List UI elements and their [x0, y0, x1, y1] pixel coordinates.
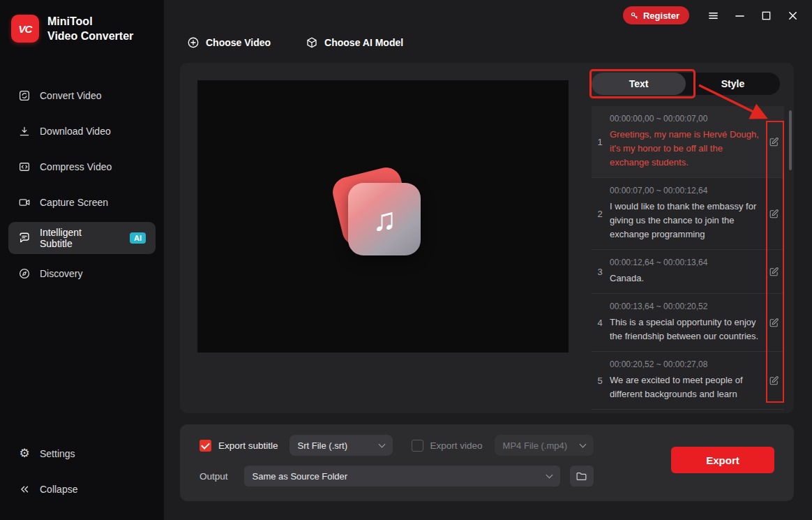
subtitle-row[interactable]: 1 00:00:00,00 ~ 00:00:07,00 Greetings, m…: [592, 106, 784, 178]
subtitle-text: I would like to thank the embassy for gi…: [610, 200, 760, 242]
chevron-down-icon: [579, 440, 586, 447]
tab-text[interactable]: Text: [592, 73, 686, 95]
edit-pencil-icon: [769, 267, 779, 277]
menu-button[interactable]: [705, 7, 721, 24]
convert-video-icon: [18, 89, 31, 102]
close-button[interactable]: [784, 7, 801, 24]
edit-subtitle-button[interactable]: [765, 114, 783, 170]
video-preview[interactable]: ♫: [197, 80, 569, 352]
sidebar-item-label: Compress Video: [40, 161, 112, 172]
video-format-dropdown[interactable]: MP4 File (.mp4): [495, 435, 594, 456]
sidebar-item-label: Discovery: [40, 268, 82, 279]
subtitle-index: 5: [593, 359, 607, 401]
subtitle-index: 3: [593, 258, 607, 285]
hamburger-icon: [708, 10, 719, 21]
subtitle-row[interactable]: 2 00:00:07,00 ~ 00:00:12,64 I would like…: [592, 178, 784, 250]
output-folder-dropdown[interactable]: Same as Source Folder: [244, 466, 560, 486]
content-panel: ♫ 00:00:00 / 00:01:08: [180, 63, 794, 413]
output-label: Output: [200, 471, 228, 482]
export-subtitle-label: Export subtitle: [218, 440, 278, 451]
titlebar: Register: [164, 0, 812, 31]
export-button[interactable]: Export: [671, 447, 774, 473]
sidebar-item-capture-screen[interactable]: Capture Screen: [8, 186, 156, 218]
plus-circle-icon: [187, 36, 200, 49]
edit-subtitle-button[interactable]: [765, 258, 783, 285]
subtitle-panel: Text Style 1 00:00:00,00 ~ 00:00:07,00 G…: [592, 73, 784, 413]
settings-label: Settings: [40, 448, 75, 459]
subtitle-text: We are excited to meet people of differe…: [610, 373, 760, 401]
video-format-value: MP4 File (.mp4): [503, 440, 567, 451]
sidebar: VC MiniTool Video Converter Convert Vide…: [0, 0, 164, 520]
app-logo-icon: VC: [11, 15, 39, 43]
minimize-button[interactable]: [731, 7, 748, 24]
capture-screen-icon: [18, 196, 31, 209]
sidebar-item-label: Download Video: [40, 126, 111, 137]
export-video-label: Export video: [430, 440, 483, 451]
sidebar-item-label: Convert Video: [40, 90, 101, 101]
output-folder-value: Same as Source Folder: [253, 471, 348, 482]
app-title: MiniTool Video Converter: [47, 14, 133, 43]
subtitle-timecode: 00:00:12,64 ~ 00:00:13,64: [610, 258, 760, 267]
subtitle-format-dropdown[interactable]: Srt File (.srt): [290, 435, 393, 456]
export-video-checkbox[interactable]: [412, 440, 423, 452]
subtitle-timecode: 00:00:07,00 ~ 00:00:12,64: [610, 186, 760, 195]
register-button[interactable]: Register: [623, 6, 689, 24]
subtitle-timecode: 00:00:00,00 ~ 00:00:07,00: [610, 114, 760, 124]
maximize-icon: [761, 10, 772, 21]
sidebar-item-convert-video[interactable]: Convert Video: [8, 80, 156, 112]
tab-choose-ai-model[interactable]: Choose AI Model: [306, 36, 403, 49]
intelligent-subtitle-icon: [18, 232, 31, 244]
edit-subtitle-button[interactable]: [765, 186, 783, 242]
art-card-front: ♫: [348, 183, 421, 255]
sidebar-bottom: ⚙ Settings Collapse: [0, 434, 164, 509]
register-label: Register: [643, 10, 679, 21]
tab-choose-video-label: Choose Video: [206, 37, 271, 48]
subtitle-row[interactable]: 3 00:00:12,64 ~ 00:00:13,64 Canada.: [592, 250, 784, 294]
main-area: Register Choose Video Choose A: [164, 0, 812, 520]
edit-subtitle-button[interactable]: [765, 359, 783, 401]
ai-badge: AI: [130, 232, 146, 244]
music-note-icon: ♫: [373, 200, 397, 238]
key-icon: [630, 11, 639, 20]
subtitle-text: Canada.: [610, 272, 760, 285]
collapse-label: Collapse: [40, 484, 77, 495]
chevron-down-icon: [378, 440, 385, 447]
subtitle-text: This is a special opportunity to enjoy t…: [610, 315, 760, 343]
browse-folder-button[interactable]: [570, 466, 594, 486]
app-title-line1: MiniTool: [47, 14, 133, 29]
sidebar-item-compress-video[interactable]: Compress Video: [8, 151, 156, 183]
subtitle-list: 1 00:00:00,00 ~ 00:00:07,00 Greetings, m…: [592, 106, 784, 410]
app-logo: VC MiniTool Video Converter: [0, 0, 164, 43]
collapse-icon: [18, 483, 31, 496]
tab-choose-video[interactable]: Choose Video: [187, 36, 271, 49]
subtitle-index: 4: [593, 302, 607, 343]
export-subtitle-checkbox[interactable]: [200, 440, 211, 452]
ai-model-cube-icon: [306, 36, 318, 49]
sidebar-item-collapse[interactable]: Collapse: [8, 473, 156, 505]
subtitle-index: 2: [593, 186, 607, 242]
sidebar-menu: Convert Video Download Video Compress Vi…: [0, 80, 164, 290]
subtitle-index: 1: [593, 114, 607, 170]
audio-placeholder-art: ♫: [343, 176, 423, 257]
discovery-icon: [18, 267, 31, 280]
edit-pencil-icon: [769, 376, 779, 386]
output-row: Output Same as Source Folder: [200, 465, 594, 487]
subtitle-row[interactable]: 5 00:00:20,52 ~ 00:00:27,08 We are excit…: [592, 352, 784, 410]
subtitle-timecode: 00:00:20,52 ~ 00:00:27,08: [610, 359, 760, 369]
sidebar-item-settings[interactable]: ⚙ Settings: [8, 438, 156, 470]
subtitle-scrollbar[interactable]: [789, 110, 792, 170]
sidebar-item-discovery[interactable]: Discovery: [8, 258, 156, 290]
gear-icon: ⚙: [18, 447, 31, 460]
subtitle-format-value: Srt File (.srt): [298, 440, 348, 451]
sidebar-item-download-video[interactable]: Download Video: [8, 115, 156, 147]
tab-style[interactable]: Style: [686, 73, 780, 95]
edit-subtitle-button[interactable]: [765, 302, 783, 343]
sidebar-item-intelligent-subtitle[interactable]: Intelligent Subtitle AI: [8, 222, 156, 254]
minimize-icon: [735, 10, 745, 21]
subtitle-row[interactable]: 4 00:00:13,64 ~ 00:00:20,52 This is a sp…: [592, 294, 784, 352]
maximize-button[interactable]: [758, 7, 774, 24]
app-window: VC MiniTool Video Converter Convert Vide…: [0, 0, 812, 520]
export-bar: Export subtitle Srt File (.srt) Export v…: [180, 424, 794, 501]
tab-choose-ai-model-label: Choose AI Model: [324, 37, 403, 48]
sidebar-item-label: Intelligent Subtitle: [40, 227, 115, 249]
